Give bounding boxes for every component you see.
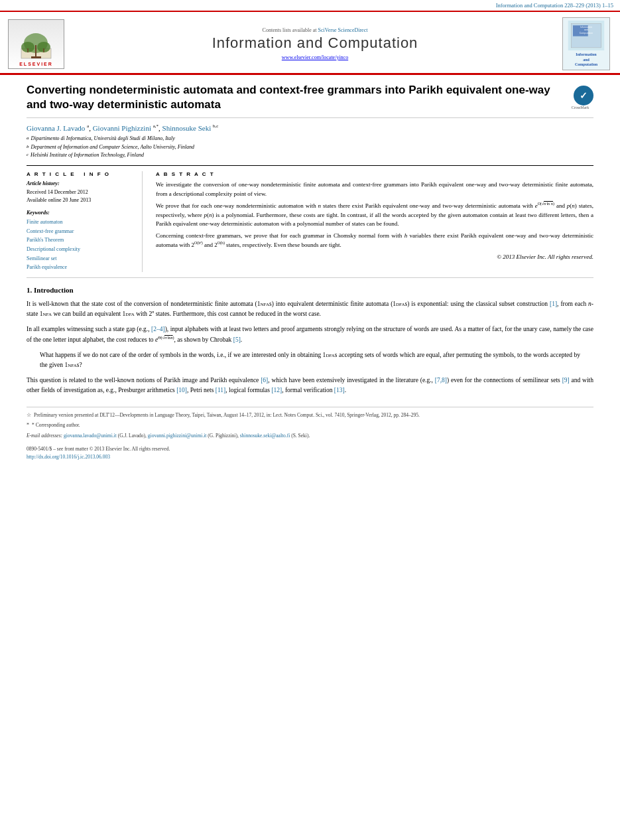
journal-url: www.elsevier.com/locate/yinco	[74, 54, 556, 60]
keyword-finite-automaton[interactable]: Finite automaton	[27, 218, 135, 227]
article-title-section: Converting nondeterministic automata and…	[27, 83, 593, 118]
keywords-section: Keywords: Finite automaton Context-free …	[27, 210, 135, 272]
article-info-column: A R T I C L E I N F O Article history: R…	[27, 171, 143, 272]
intro-p3: This question is related to the well-kno…	[27, 376, 593, 395]
crossmark-badge[interactable]: ✓	[574, 86, 593, 105]
intro-p2: In all examples witnessing such a state …	[27, 324, 593, 345]
svg-text:and: and	[584, 29, 588, 31]
journal-reference: Information and Computation 228–229 (201…	[496, 2, 613, 9]
affiliation-c: c Helsinki Institute of Information Tech…	[27, 151, 593, 160]
journal-thumbnail: Information and Computation Informationa…	[562, 17, 612, 70]
footnote-star-text: Preliminary version presented at DLT'12—…	[34, 411, 420, 420]
keyword-semilinear[interactable]: Semilinear set	[27, 254, 135, 263]
author-pighizzini[interactable]: Giovanni Pighizzini	[93, 124, 151, 132]
intro-p1: It is well-known that the state cost of …	[27, 299, 593, 320]
available-date: Available online 20 June 2013	[27, 196, 135, 204]
ref-2-4[interactable]: [2–4]	[151, 326, 165, 332]
article-info-abstract: A R T I C L E I N F O Article history: R…	[27, 165, 593, 278]
abstract-p2: We prove that for each one-way nondeterm…	[156, 201, 593, 229]
author-seki[interactable]: Shinnosuke Seki	[162, 124, 212, 132]
ref-5[interactable]: [5]	[233, 336, 241, 343]
journal-title: Information and Computation	[74, 35, 556, 52]
keyword-descriptional[interactable]: Descriptional complexity	[27, 245, 135, 254]
elsevier-tree-icon	[18, 29, 54, 62]
footnote-corresponding-text: * Corresponding author.	[32, 421, 80, 430]
article-title: Converting nondeterministic automata and…	[27, 83, 567, 112]
keyword-cfg[interactable]: Context-free grammar	[27, 227, 135, 236]
affiliation-b: b Department of Information and Computer…	[27, 143, 593, 152]
history-label: Article history:	[27, 180, 135, 186]
elsevier-logo-container: ELSEVIER	[8, 19, 68, 69]
bottom-bar: 0890-5401/$ – see front matter © 2013 El…	[27, 445, 593, 461]
issn-line: 0890-5401/$ – see front matter © 2013 El…	[27, 445, 593, 453]
abstract-p3: Concerning context-free grammars, we pro…	[156, 232, 593, 250]
email-seki[interactable]: shinnosuke.seki@aalto.fi	[240, 433, 290, 439]
affiliation-a: a Dipartimento di Informatica, Universit…	[27, 135, 593, 143]
author-lavado[interactable]: Giovanna J. Lavado	[27, 124, 85, 132]
introduction-heading: 1. Introduction	[27, 286, 593, 294]
keywords-label: Keywords:	[27, 210, 135, 216]
contents-line: Contents lists available at SciVerse Sci…	[74, 27, 556, 33]
doi-link[interactable]: http://dx.doi.org/10.1016/j.ic.2013.06.0…	[27, 454, 110, 460]
authors-line: Giovanna J. Lavado a, Giovanni Pighizzin…	[27, 123, 593, 132]
received-date: Received 14 December 2012	[27, 188, 135, 196]
sciverse-link[interactable]: SciVerse ScienceDirect	[318, 27, 368, 33]
journal-center: Contents lists available at SciVerse Sci…	[68, 27, 562, 60]
doi-line: http://dx.doi.org/10.1016/j.ic.2013.06.0…	[27, 453, 593, 461]
abstract-column: A B S T R A C T We investigate the conve…	[153, 171, 593, 272]
svg-rect-7	[31, 56, 41, 58]
abstract-p1: We investigate the conversion of one-way…	[156, 180, 593, 198]
thumb-title: InformationandComputation	[575, 52, 597, 67]
ref-6[interactable]: [6]	[261, 377, 268, 384]
journal-thumb-box: Information and Computation Informationa…	[562, 17, 610, 70]
elsevier-logo-box: ELSEVIER	[8, 19, 64, 69]
journal-cover-icon: Information and Computation	[566, 21, 606, 50]
svg-text:Computation: Computation	[580, 32, 593, 35]
abstract-text: We investigate the conversion of one-way…	[156, 180, 593, 261]
email-pighizzini[interactable]: giovanni.pighizzini@unimi.it	[148, 433, 207, 439]
email-addresses: E-mail addresses: giovanna.lavado@unimi.…	[27, 432, 593, 440]
article-content: Converting nondeterministic automata and…	[0, 75, 620, 474]
crossmark-label: CrossMark	[567, 105, 593, 109]
abstract-label: A B S T R A C T	[156, 171, 593, 177]
footnote-corresponding: * * Corresponding author.	[27, 421, 593, 430]
footnote-star: ☆ Preliminary version presented at DLT'1…	[27, 411, 593, 420]
abstract-copyright: © 2013 Elsevier Inc. All rights reserved…	[156, 253, 593, 262]
keyword-parikh-theorem[interactable]: Parikh's Theorem	[27, 236, 135, 245]
ref-12[interactable]: [12]	[271, 387, 282, 393]
crossmark-container: ✓ CrossMark	[567, 86, 593, 109]
article-info-label: A R T I C L E I N F O	[27, 171, 135, 177]
ref-9[interactable]: [9]	[562, 377, 570, 384]
journal-header: ELSEVIER Contents lists available at Sci…	[0, 12, 620, 75]
ref-1[interactable]: [1]	[550, 301, 557, 307]
article-history: Article history: Received 14 December 20…	[27, 180, 135, 204]
ref-13[interactable]: [13]	[334, 387, 345, 393]
ref-10[interactable]: [10]	[176, 387, 187, 393]
journal-reference-bar: Information and Computation 228–229 (201…	[0, 0, 620, 12]
elsevier-label: ELSEVIER	[19, 62, 53, 66]
affiliations: a Dipartimento di Informatica, Universit…	[27, 135, 593, 160]
email-lavado[interactable]: giovanna.lavado@unimi.it	[64, 433, 117, 439]
journal-url-link[interactable]: www.elsevier.com/locate/yinco	[282, 54, 348, 60]
svg-text:Information: Information	[580, 26, 592, 29]
ref-7-8[interactable]: [7,8]	[435, 377, 447, 384]
ref-11[interactable]: [11]	[216, 387, 225, 393]
introduction-section: 1. Introduction It is well-known that th…	[27, 286, 593, 396]
keywords-list: Finite automaton Context-free grammar Pa…	[27, 218, 135, 272]
indented-question: What happens if we do not care of the or…	[40, 350, 580, 370]
article-footer: ☆ Preliminary version presented at DLT'1…	[27, 407, 593, 462]
keyword-parikh-equiv[interactable]: Parikh equivalence	[27, 263, 135, 272]
